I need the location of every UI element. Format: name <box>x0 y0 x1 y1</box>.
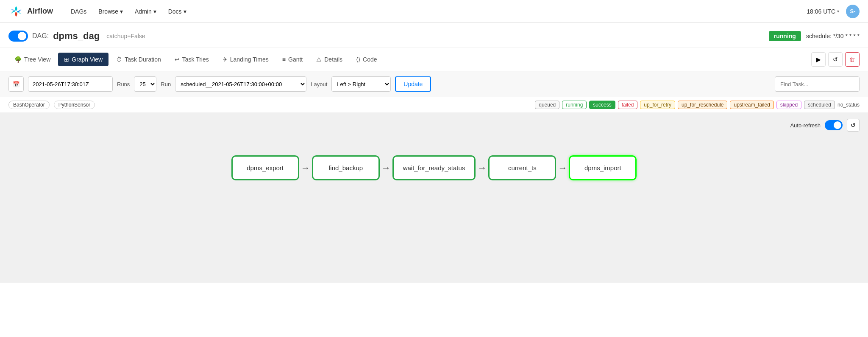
python-sensor-badge: PythonSensor <box>54 101 95 109</box>
layout-label: Layout <box>311 81 327 87</box>
nav-docs[interactable]: Docs ▾ <box>163 5 192 18</box>
play-button[interactable]: ▶ <box>811 52 826 67</box>
time-chevron-icon: ▾ <box>837 9 839 14</box>
run-select[interactable]: scheduled__2021-05-26T17:30:00+00:00 <box>175 76 306 92</box>
dag-flow: dpms_export → find_backup → wait_for_rea… <box>8 147 860 189</box>
runs-select[interactable]: 25 <box>134 76 156 92</box>
tree-view-icon: 🌳 <box>14 56 22 63</box>
nav-menu: DAGs Browse ▾ Admin ▾ Docs ▾ <box>66 5 807 18</box>
browse-chevron-icon: ▾ <box>120 8 123 15</box>
nav-browse[interactable]: Browse ▾ <box>93 5 128 18</box>
tabs-actions: ▶ ↺ 🗑 <box>811 52 860 67</box>
status-success: success <box>589 101 615 109</box>
task-tries-icon: ↩ <box>175 56 180 63</box>
tab-details[interactable]: ⚠ Details <box>310 53 348 66</box>
auto-refresh-label: Auto-refresh <box>790 122 821 129</box>
page-header: DAG: dpms_dag catchup=False running sche… <box>0 23 868 48</box>
status-upstream-failed: upstream_failed <box>730 101 773 109</box>
tabs-bar: 🌳 Tree View ⊞ Graph View ⏱ Task Duration… <box>0 48 868 71</box>
status-chips: queued running success failed up_for_ret… <box>535 101 860 109</box>
brand[interactable]: Airflow <box>8 4 53 19</box>
gantt-icon: ≡ <box>282 56 286 63</box>
code-icon: ⟨⟩ <box>356 56 360 63</box>
arrow-1: → <box>301 163 310 174</box>
arrow-4: → <box>558 163 567 174</box>
calendar-button[interactable]: 📅 <box>8 76 24 92</box>
tab-graph-view[interactable]: ⊞ Graph View <box>58 53 108 66</box>
brand-title: Airflow <box>27 7 53 16</box>
node-dpms-import[interactable]: dpms_import <box>569 155 637 180</box>
node-find-backup[interactable]: find_backup <box>312 155 380 180</box>
time-display[interactable]: 18:06 UTC ▾ <box>807 8 839 15</box>
dag-title-section: DAG: dpms_dag catchup=False <box>8 31 145 42</box>
find-task-input[interactable] <box>775 76 860 92</box>
tab-task-duration[interactable]: ⏱ Task Duration <box>110 53 167 66</box>
controls-bar: 📅 Runs 25 Run scheduled__2021-05-26T17:3… <box>0 71 868 97</box>
docs-chevron-icon: ▾ <box>184 8 186 15</box>
calendar-icon: 📅 <box>13 81 20 87</box>
nav-dags[interactable]: DAGs <box>66 5 92 18</box>
node-wait-for-ready-status[interactable]: wait_for_ready_status <box>392 155 476 180</box>
airflow-logo-icon <box>8 4 24 19</box>
run-label: Run <box>161 81 171 87</box>
layout-select[interactable]: Left > RightTop > Bottom <box>331 76 391 92</box>
dag-toggle[interactable] <box>8 31 28 42</box>
schedule-text: schedule: */30 * * * * <box>806 33 860 39</box>
svg-point-1 <box>15 10 17 12</box>
node-dpms-export[interactable]: dpms_export <box>231 155 299 180</box>
task-duration-icon: ⏱ <box>116 56 122 63</box>
bash-operator-badge: BashOperator <box>8 101 50 109</box>
user-avatar[interactable]: S- <box>846 5 860 18</box>
status-no-status: no_status <box>837 102 860 108</box>
status-failed: failed <box>618 101 638 109</box>
navbar-right: 18:06 UTC ▾ S- <box>807 5 860 18</box>
status-scheduled: scheduled <box>804 101 835 109</box>
tab-landing-times[interactable]: ✈ Landing Times <box>217 53 275 66</box>
status-skipped: skipped <box>776 101 801 109</box>
nav-admin[interactable]: Admin ▾ <box>130 5 161 18</box>
tab-code[interactable]: ⟨⟩ Code <box>350 53 383 66</box>
status-queued: queued <box>535 101 559 109</box>
dag-header-right: running schedule: */30 * * * * <box>769 31 860 41</box>
delete-button[interactable]: 🗑 <box>845 52 860 67</box>
status-up-for-retry: up_for_retry <box>640 101 675 109</box>
graph-refresh-button[interactable]: ↺ <box>847 119 860 132</box>
graph-view-icon: ⊞ <box>64 56 69 63</box>
node-current-ts[interactable]: current_ts <box>488 155 556 180</box>
auto-refresh-toggle[interactable] <box>825 120 843 130</box>
refresh-button[interactable]: ↺ <box>828 52 843 67</box>
landing-times-icon: ✈ <box>223 56 228 63</box>
runs-label: Runs <box>117 81 130 87</box>
tab-gantt[interactable]: ≡ Gantt <box>276 53 309 66</box>
running-status-badge: running <box>769 31 801 41</box>
graph-top-right: Auto-refresh ↺ <box>790 119 860 132</box>
arrow-2: → <box>381 163 391 174</box>
date-input[interactable] <box>28 76 113 92</box>
arrow-3: → <box>477 163 487 174</box>
tab-task-tries[interactable]: ↩ Task Tries <box>169 53 215 66</box>
details-icon: ⚠ <box>316 56 322 63</box>
status-up-for-reschedule: up_for_reschedule <box>678 101 727 109</box>
graph-area: Auto-refresh ↺ dpms_export → find_backup… <box>0 113 868 283</box>
status-running: running <box>562 101 587 109</box>
navbar: Airflow DAGs Browse ▾ Admin ▾ Docs ▾ 18:… <box>0 0 868 23</box>
admin-chevron-icon: ▾ <box>153 8 156 15</box>
tab-tree-view[interactable]: 🌳 Tree View <box>8 53 56 66</box>
update-button[interactable]: Update <box>395 76 431 92</box>
status-bar: BashOperator PythonSensor queued running… <box>0 97 868 113</box>
